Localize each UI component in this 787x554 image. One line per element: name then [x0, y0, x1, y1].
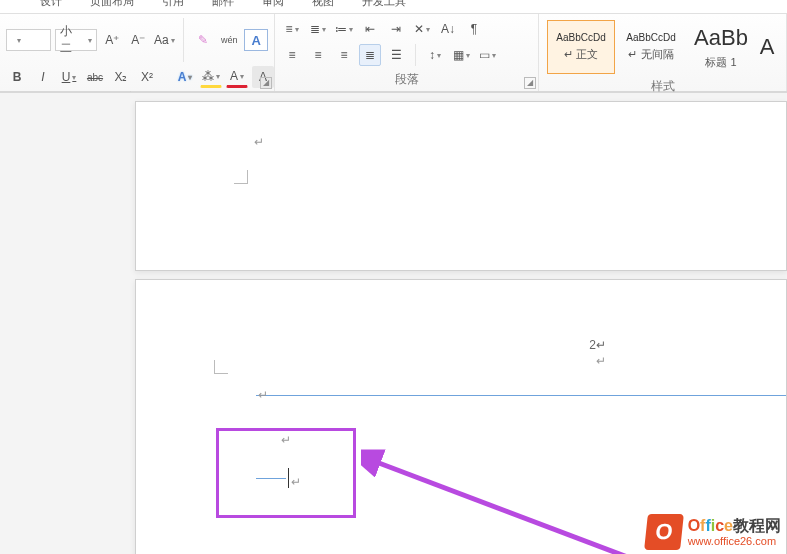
align-right-button[interactable]: ≡	[333, 44, 355, 66]
show-marks-button[interactable]: ¶	[463, 18, 485, 40]
watermark-url: www.office26.com	[688, 535, 781, 547]
subscript-button[interactable]: X₂	[110, 66, 132, 88]
tab-design[interactable]: 设计	[40, 0, 62, 7]
bullets-button[interactable]: ≡▾	[281, 18, 303, 40]
align-distribute-button[interactable]: ☰	[385, 44, 407, 66]
borders-button[interactable]: ▭▾	[476, 44, 498, 66]
styles-gallery[interactable]: AaBbCcDd ↵ 正文 AaBbCcDd ↵ 无间隔 AaBb 标题 1 A	[545, 18, 780, 76]
multilevel-button[interactable]: ≔▾	[333, 18, 355, 40]
font-color-button[interactable]: A▾	[226, 66, 248, 88]
change-case-button[interactable]: Aa▾	[153, 29, 175, 51]
asian-layout-button[interactable]: ✕▾	[411, 18, 433, 40]
group-label-paragraph: 段落	[281, 69, 532, 91]
text-cursor	[288, 468, 289, 488]
group-styles: AaBbCcDd ↵ 正文 AaBbCcDd ↵ 无间隔 AaBb 标题 1 A…	[539, 14, 787, 91]
group-paragraph: ≡▾ ≣▾ ≔▾ ⇤ ⇥ ✕▾ A↓ ¶ ≡ ≡ ≡ ≣ ☰ ↕▾ ▦▾ ▭▾ …	[275, 14, 539, 91]
numbering-button[interactable]: ≣▾	[307, 18, 329, 40]
shrink-font-button[interactable]: A⁻	[127, 29, 149, 51]
margin-guide-icon	[214, 360, 228, 374]
page-2[interactable]: 2↵ ↵ ↵ ↵ ↵	[135, 279, 787, 554]
text-effect-button[interactable]: A▾	[174, 66, 196, 88]
line-spacing-button[interactable]: ↕▾	[424, 44, 446, 66]
tab-review[interactable]: 审阅	[262, 0, 284, 7]
clear-format-button[interactable]: ✎	[192, 29, 214, 51]
watermark-brand: Office教程网	[688, 517, 781, 535]
style-heading1[interactable]: AaBb 标题 1	[687, 20, 755, 74]
sort-button[interactable]: A↓	[437, 18, 459, 40]
align-left-button[interactable]: ≡	[281, 44, 303, 66]
style-heading2-cut[interactable]: A	[757, 20, 777, 74]
strike-button[interactable]: abc	[84, 66, 106, 88]
section-divider-line	[256, 395, 786, 396]
decrease-indent-button[interactable]: ⇤	[359, 18, 381, 40]
page-number: 2↵	[589, 338, 606, 352]
align-justify-button[interactable]: ≣	[359, 44, 381, 66]
style-normal[interactable]: AaBbCcDd ↵ 正文	[547, 20, 615, 74]
textbox-content-line	[256, 478, 286, 479]
grow-font-button[interactable]: A⁺	[101, 29, 123, 51]
ribbon-tabs[interactable]: 设计 页面布局 引用 邮件 审阅 视图 开发工具	[0, 0, 787, 14]
highlight-button[interactable]: ⁂▾	[200, 66, 222, 88]
bold-button[interactable]: B	[6, 66, 28, 88]
paragraph-mark: ↵	[596, 354, 606, 368]
watermark-logo: O Office教程网 www.office26.com	[646, 514, 781, 550]
watermark-icon: O	[644, 514, 684, 550]
group-font: ▾ 小二▾ A⁺ A⁻ Aa▾ ✎ wén A B I U▾ abc X₂ X²…	[0, 14, 275, 91]
paragraph-mark: ↵	[254, 135, 264, 149]
font-size-combo[interactable]: 小二▾	[55, 29, 98, 51]
italic-button[interactable]: I	[32, 66, 54, 88]
style-nospacing[interactable]: AaBbCcDd ↵ 无间隔	[617, 20, 685, 74]
font-name-combo[interactable]: ▾	[6, 29, 51, 51]
tab-references[interactable]: 引用	[162, 0, 184, 7]
paragraph-mark: ↵	[291, 475, 301, 489]
document-area[interactable]: ↵ 2↵ ↵ ↵ ↵ ↵	[0, 92, 787, 554]
phonetic-guide-button[interactable]: wén	[218, 29, 240, 51]
increase-indent-button[interactable]: ⇥	[385, 18, 407, 40]
tab-mailings[interactable]: 邮件	[212, 0, 234, 7]
paragraph-mark: ↵	[281, 433, 291, 447]
tab-developer[interactable]: 开发工具	[362, 0, 406, 7]
paragraph-dialog-launcher[interactable]: ◢	[524, 77, 536, 89]
paragraph-mark: ↵	[258, 388, 268, 402]
underline-button[interactable]: U▾	[58, 66, 80, 88]
tab-view[interactable]: 视图	[312, 0, 334, 7]
ribbon: ▾ 小二▾ A⁺ A⁻ Aa▾ ✎ wén A B I U▾ abc X₂ X²…	[0, 14, 787, 92]
page-1[interactable]: ↵	[135, 101, 787, 271]
superscript-button[interactable]: X²	[136, 66, 158, 88]
shading-button[interactable]: ▦▾	[450, 44, 472, 66]
align-center-button[interactable]: ≡	[307, 44, 329, 66]
char-border-button[interactable]: A	[244, 29, 268, 51]
tab-layout[interactable]: 页面布局	[90, 0, 134, 7]
margin-guide-icon	[234, 170, 248, 184]
font-dialog-launcher[interactable]: ◢	[260, 77, 272, 89]
